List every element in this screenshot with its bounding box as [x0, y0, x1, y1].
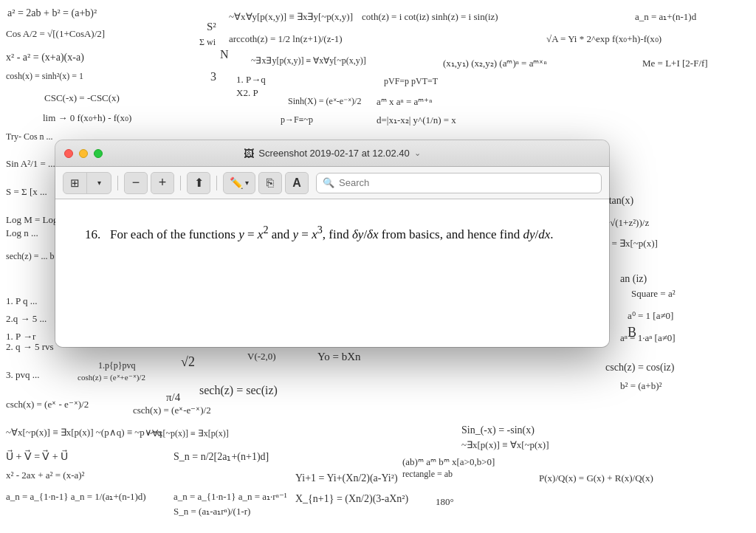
toolbar: ⊞ ▾ − + ⬆ ✏️ ▾ ⎘: [55, 167, 609, 199]
zoom-in-button[interactable]: +: [151, 172, 174, 194]
separator-2: [180, 176, 181, 190]
math-expression: ~∃x∃y[p(x,y)] ≡ ∀x∀y[~p(x,y)]: [251, 55, 366, 66]
math-expression: Sinh(X) = (eˣ-e⁻ˣ)/2: [288, 96, 361, 107]
question-number: 16.: [85, 227, 100, 241]
content-area: 16. For each of the functions y = x2 and…: [55, 199, 609, 347]
share-button[interactable]: ⬆: [187, 172, 210, 194]
zoom-out-button[interactable]: −: [124, 172, 148, 194]
search-icon: 🔍: [323, 177, 334, 188]
math-expression: √2: [181, 354, 195, 370]
math-expression: Cos A/2 = √[(1+CosA)/2]: [6, 28, 105, 40]
math-expression: V(-2,0): [247, 351, 276, 362]
math-expression: a_n = a₁+(n-1)d: [635, 11, 696, 23]
search-box: 🔍: [316, 173, 602, 193]
separator-3: [216, 176, 217, 190]
window-title-text: Screenshot 2019-02-17 at 12.02.40: [258, 148, 410, 159]
math-expression: ~∀x∀y[p(x,y)] ≡ ∃x∃y[~p(x,y)]: [229, 11, 353, 23]
math-expression: a_n = a_{1·n-1} a_n = 1/(a₁+(n-1)d): [6, 491, 146, 503]
math-expression: x² - 2ax + a² = (x-a)²: [6, 470, 84, 481]
annotate-button[interactable]: A: [285, 172, 309, 194]
window-title-icon: 🖼: [244, 148, 254, 159]
math-expression: sech(z) = ... b: [6, 251, 54, 262]
math-expression: 3: [210, 70, 216, 83]
math-expression: sech(z) = sec(iz): [199, 384, 278, 397]
math-expression: π/4: [166, 391, 180, 404]
math-expression: X2. P: [236, 87, 258, 99]
math-expression: Sin_(-x) = -sin(x): [461, 424, 535, 436]
math-expression: P(x)/Q(x) = G(x) + R(x)/Q(x): [539, 472, 653, 484]
math-expression: a² = 2ab + b² = (a+b)²: [7, 7, 97, 19]
math-expression: Σ wi: [199, 37, 216, 48]
math-expression: a⁰ = 1 [a≠0]: [628, 310, 673, 322]
math-expression: pVF=p pVT=T: [384, 76, 438, 87]
title-chevron-icon[interactable]: ⌄: [414, 148, 421, 158]
title-bar: 🖼 Screenshot 2019-02-17 at 12.02.40 ⌄: [55, 140, 609, 167]
math-expression: Square = a²: [631, 288, 676, 300]
view-toggle-group: ⊞ ▾: [63, 172, 111, 194]
math-expression: 180°: [436, 496, 454, 508]
math-expression: arccoth(z) = 1/2 ln(z+1)/(z-1): [229, 33, 343, 45]
math-expression: √A = Yi * 2^exp f(x₀+h)-f(x₀): [546, 33, 662, 45]
math-expression: X_{n+1} = (Xn/2)(3-aXn²): [295, 493, 408, 505]
math-expression: b² = (a+b)²: [620, 380, 662, 392]
math-expression: Sin A²/1 = ...: [6, 158, 55, 170]
zoom-in-icon: +: [159, 175, 167, 190]
math-expression: p→F≡~p: [281, 114, 313, 125]
math-expression: ~∃x[p(x)] ≡ ∀x[~p(x)]: [461, 439, 549, 451]
pen-icon: ✏️: [230, 176, 244, 190]
annotate-icon: A: [292, 176, 301, 190]
math-expression: aᵐ x aⁿ = aᵐ⁺ⁿ: [377, 96, 432, 108]
math-expression: Yo = bXn: [317, 351, 361, 363]
math-expression: 1.p{p}pvq: [98, 360, 136, 371]
close-button[interactable]: [64, 149, 73, 158]
minimize-button[interactable]: [79, 149, 88, 158]
stamp-button[interactable]: ⎘: [258, 172, 282, 194]
math-expression: x² - a² = (x+a)(x-a): [6, 52, 84, 63]
math-expression: Yi+1 = Yi+(Xn/2)(a-Yi²): [295, 472, 398, 484]
grid-view-button[interactable]: ⊞: [63, 172, 87, 194]
math-expression: cosh(z) = (eˣ+e⁻ˣ)/2: [78, 373, 145, 382]
math-expression: lim → 0 f(x₀+h) - f(x₀): [43, 112, 131, 124]
math-expression: N: [220, 48, 229, 61]
math-expression: ~∀x[~p(x)] ≡ ∃x[p(x)] ~(p∧q) ≡ ~p∨~q: [6, 427, 162, 439]
search-input[interactable]: [339, 177, 595, 188]
math-expression: -tan(x): [605, 195, 633, 207]
math-expression: coth(z) = i cot(iz) sinh(z) = i sin(iz): [362, 11, 498, 23]
math-expression: 2. q → 5 rvs: [6, 341, 54, 353]
math-expression: S = Σ [x ...: [6, 186, 47, 198]
share-icon: ⬆: [194, 176, 204, 190]
window-title: 🖼 Screenshot 2019-02-17 at 12.02.40 ⌄: [244, 148, 421, 159]
question-text: 16. For each of the functions y = x2 and…: [85, 221, 580, 244]
math-expression: B: [628, 325, 636, 340]
math-expression: U⃗ + V⃗ = V⃗ + U⃗: [6, 450, 68, 463]
math-expression: 1. P q ...: [6, 295, 38, 307]
math-expression: d=|x₁-x₂| y^(1/n) = x: [377, 114, 456, 126]
math-expression: S_n = (a₁-a₁rⁿ)/(1-r): [173, 506, 250, 517]
math-expression: S²: [207, 21, 216, 33]
math-expression: 2.q → 5 ...: [6, 313, 47, 325]
math-expression: Me = L+I [2-F/f]: [642, 58, 708, 69]
maximize-button[interactable]: [94, 149, 103, 158]
mac-window: 🖼 Screenshot 2019-02-17 at 12.02.40 ⌄ ⊞ …: [55, 140, 609, 347]
math-expression: an (iz): [620, 273, 647, 285]
math-expression: (ab)ᵐ aᵐ bᵐ x[a>0,b>0]: [402, 456, 495, 468]
math-expression: 1. P→q: [236, 74, 266, 86]
math-expression: csch(x) = (eˣ-e⁻ˣ)/2: [133, 405, 211, 416]
math-expression: Try- Cos n ...: [6, 131, 53, 142]
separator-1: [117, 176, 118, 190]
pen-dropdown-icon: ▾: [245, 179, 249, 187]
math-expression: CSC(-x) = -CSC(x): [44, 92, 120, 104]
math-expression: ~∀x[~p(x)] ≡ ∃x[p(x)]: [148, 428, 229, 439]
math-expression: 3. pvq ...: [6, 369, 40, 381]
stamp-icon: ⎘: [267, 176, 274, 190]
math-expression: csch(x) = (eˣ - e⁻ˣ)/2: [6, 399, 89, 410]
markup-button[interactable]: ✏️ ▾: [223, 172, 255, 194]
math-expression: (x₁,y₁) (x₂,y₂) (aᵐ)ⁿ = aᵐˣⁿ: [443, 58, 547, 69]
zoom-out-icon: −: [132, 175, 140, 190]
math-expression: a_n = a_{1·n-1} a_n = a₁·rⁿ⁻¹: [173, 491, 287, 503]
chevron-down-icon: ▾: [97, 179, 101, 187]
math-expression: csch(z) = cos(iz): [605, 362, 674, 374]
math-expression: Log n ...: [6, 227, 38, 239]
traffic-lights: [64, 149, 103, 158]
view-dropdown-button[interactable]: ▾: [87, 172, 111, 194]
